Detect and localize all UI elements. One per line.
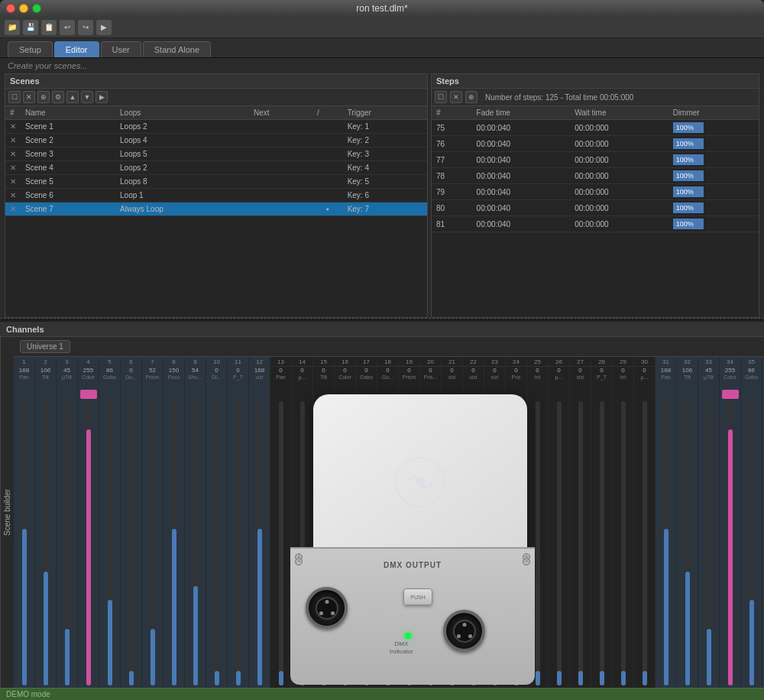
copy-icon[interactable]: 📋 xyxy=(41,20,57,35)
ch-fader-area[interactable] xyxy=(720,400,740,687)
scene-delete-icon[interactable]: ✕ xyxy=(23,91,35,103)
scene-row[interactable]: ✕ Scene 5 Loops 8 Key: 5 xyxy=(5,175,427,189)
scene-x-icon[interactable]: ✕ xyxy=(5,203,21,216)
scenes-panel: Scenes ☐ ✕ ⊕ ⚙ ▲ ▼ ▶ # Name Loops xyxy=(5,73,428,318)
channel-col[interactable]: 9 54 Shu... xyxy=(185,357,206,688)
ch-fader-area[interactable] xyxy=(99,400,120,687)
channel-col[interactable]: 35 86 Gobo xyxy=(741,357,762,688)
scene-x-icon[interactable]: ✕ xyxy=(5,161,21,175)
tab-setup[interactable]: Setup xyxy=(8,41,53,57)
tab-standalone[interactable]: Stand Alone xyxy=(143,41,211,57)
step-row[interactable]: 75 00:00:040 00:00:000 100% xyxy=(432,120,759,136)
scene-name[interactable]: Scene 1 xyxy=(21,120,115,134)
scene-row[interactable]: ✕ Scene 2 Loops 4 Key: 2 xyxy=(5,134,427,147)
scene-copy-icon[interactable]: ⊕ xyxy=(37,91,50,103)
channel-col[interactable]: 11 0 P_T xyxy=(228,357,249,688)
ch-num: 7 xyxy=(142,358,163,367)
ch-fader-area[interactable] xyxy=(121,400,141,687)
channel-col[interactable]: 6 0 Go... xyxy=(121,357,142,688)
scenes-toolbar: ☐ ✕ ⊕ ⚙ ▲ ▼ ▶ xyxy=(5,89,427,106)
ch-fader-area[interactable] xyxy=(698,400,719,687)
scene-name[interactable]: Scene 3 xyxy=(21,147,115,161)
tab-user[interactable]: User xyxy=(101,41,141,57)
step-wait: 00:00:000 xyxy=(570,184,668,200)
close-button[interactable] xyxy=(6,4,15,13)
tab-editor[interactable]: Editor xyxy=(54,41,99,57)
folder-open-icon[interactable]: 📁 xyxy=(5,20,20,35)
ch-fader-area[interactable] xyxy=(14,400,34,687)
ch-num: 29 xyxy=(613,358,633,367)
ch-num: 12 xyxy=(249,358,270,367)
step-row[interactable]: 77 00:00:040 00:00:000 100% xyxy=(432,152,759,168)
ch-label: Prism xyxy=(399,374,419,389)
scene-row[interactable]: ✕ Scene 4 Loops 2 Key: 4 xyxy=(5,161,427,175)
channel-col[interactable]: 34 255 Color xyxy=(720,357,741,688)
scene-up-icon[interactable]: ▲ xyxy=(66,91,79,103)
ch-fader-area[interactable] xyxy=(206,400,227,687)
steps-new-icon[interactable]: ☐ xyxy=(435,91,447,103)
scene-down-icon[interactable]: ▼ xyxy=(81,91,93,103)
scene-row[interactable]: ✕ Scene 7 Always Loop ▪ Key: 7 xyxy=(5,203,427,216)
window-controls[interactable] xyxy=(6,4,41,13)
scene-x-icon[interactable]: ✕ xyxy=(5,189,21,203)
scene-gear-icon[interactable]: ⚙ xyxy=(52,91,64,103)
channel-col[interactable]: 32 106 Tilt xyxy=(677,357,698,688)
scene-row[interactable]: ✕ Scene 6 Loop 1 Key: 6 xyxy=(5,189,427,203)
scene-x-icon[interactable]: ✕ xyxy=(5,147,21,161)
ch-fader-area[interactable] xyxy=(741,400,762,687)
scene-x-icon[interactable]: ✕ xyxy=(5,134,21,147)
scene-name[interactable]: Scene 4 xyxy=(21,161,115,175)
step-row[interactable]: 79 00:00:040 00:00:000 100% xyxy=(432,184,759,200)
minimize-button[interactable] xyxy=(19,4,28,13)
ch-fader-area[interactable] xyxy=(656,400,676,687)
step-row[interactable]: 81 00:00:040 00:00:000 100% xyxy=(432,216,759,232)
play-icon[interactable]: ▶ xyxy=(96,20,112,35)
ch-label: Gobo xyxy=(741,374,762,389)
channel-col[interactable]: 8 150 Focu xyxy=(163,357,185,688)
step-row[interactable]: 78 00:00:040 00:00:000 100% xyxy=(432,168,759,184)
ch-fader-area[interactable] xyxy=(228,400,248,687)
scene-name[interactable]: Scene 7 xyxy=(21,203,115,216)
ch-fader-area[interactable] xyxy=(35,400,56,687)
push-button[interactable]: PUSH xyxy=(403,588,432,605)
scene-play-icon[interactable]: ▶ xyxy=(96,91,108,103)
steps-delete-icon[interactable]: ✕ xyxy=(450,91,462,103)
scene-name[interactable]: Scene 5 xyxy=(21,175,115,189)
screw-bl xyxy=(295,558,303,566)
channel-col[interactable]: 7 52 Prism xyxy=(142,357,163,688)
channel-col[interactable]: 1 168 Pan xyxy=(14,357,35,688)
pin1-left xyxy=(325,600,329,604)
scene-name[interactable]: Scene 2 xyxy=(21,134,115,147)
channel-col[interactable]: 2 106 Tilt xyxy=(35,357,57,688)
channel-col[interactable]: 31 168 Pan xyxy=(656,357,677,688)
channel-col[interactable]: 33 45 μTilt xyxy=(698,357,720,688)
redo-icon[interactable]: ↪ xyxy=(78,20,93,35)
steps-copy-icon[interactable]: ⊕ xyxy=(465,91,478,103)
universe-tab[interactable]: Universe 1 xyxy=(20,340,70,353)
scene-row[interactable]: ✕ Scene 1 Loops 2 Key: 1 xyxy=(5,120,427,134)
save-icon[interactable]: 💾 xyxy=(23,20,38,35)
ch-fader-area[interactable] xyxy=(163,400,184,687)
scene-name[interactable]: Scene 6 xyxy=(21,189,115,203)
ch-color xyxy=(80,390,97,399)
ch-fader-area[interactable] xyxy=(142,400,163,687)
ch-val: 168 xyxy=(19,367,29,374)
ch-label: vizi xyxy=(570,374,591,389)
scene-x-icon[interactable]: ✕ xyxy=(5,175,21,189)
scene-x-icon[interactable]: ✕ xyxy=(5,120,21,134)
step-row[interactable]: 80 00:00:040 00:00:000 100% xyxy=(432,200,759,216)
scene-new-icon[interactable]: ☐ xyxy=(8,91,21,103)
scene-row[interactable]: ✕ Scene 3 Loops 5 Key: 3 xyxy=(5,147,427,161)
step-row[interactable]: 76 00:00:040 00:00:000 100% xyxy=(432,136,759,152)
channel-col[interactable]: 10 0 Di... xyxy=(206,357,228,688)
ch-fader-area[interactable] xyxy=(57,400,77,687)
undo-icon[interactable]: ↩ xyxy=(60,20,75,35)
channel-col[interactable]: 3 45 μTilt xyxy=(57,357,78,688)
ch-fader-area[interactable] xyxy=(185,400,206,687)
maximize-button[interactable] xyxy=(32,4,41,13)
channel-col[interactable]: 4 255 Color xyxy=(78,357,99,688)
ch-fader-area[interactable] xyxy=(249,400,270,687)
ch-fader-area[interactable] xyxy=(78,400,99,687)
channel-col[interactable]: 5 86 Gobo xyxy=(99,357,121,688)
ch-fader-area[interactable] xyxy=(677,400,698,687)
